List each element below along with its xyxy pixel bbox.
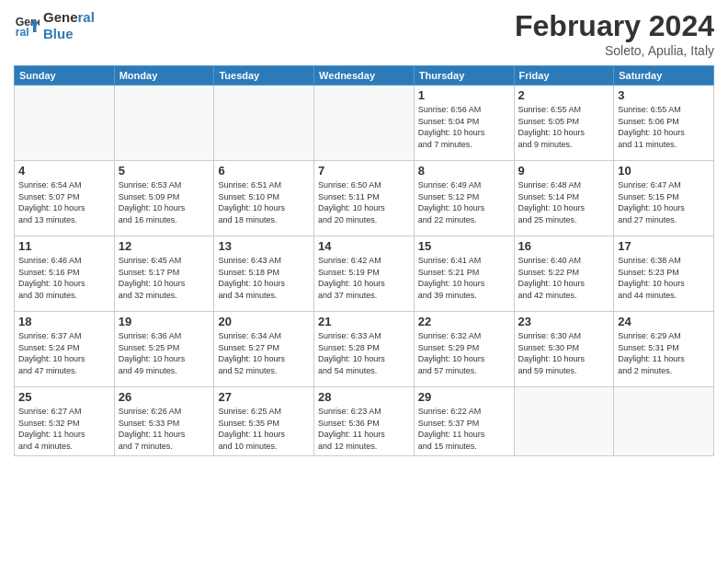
day-number: 13 xyxy=(218,239,310,253)
calendar-cell: 12Sunrise: 6:45 AM Sunset: 5:17 PM Dayli… xyxy=(114,236,214,312)
calendar-cell xyxy=(114,86,214,161)
day-info: Sunrise: 6:23 AM Sunset: 5:36 PM Dayligh… xyxy=(318,406,410,452)
day-info: Sunrise: 6:53 AM Sunset: 5:09 PM Dayligh… xyxy=(119,179,210,225)
day-number: 16 xyxy=(518,239,610,253)
calendar-cell: 22Sunrise: 6:32 AM Sunset: 5:29 PM Dayli… xyxy=(414,312,514,387)
calendar-week-2: 4Sunrise: 6:54 AM Sunset: 5:07 PM Daylig… xyxy=(15,161,714,236)
day-number: 22 xyxy=(418,315,510,328)
day-header-friday: Friday xyxy=(514,66,614,86)
day-info: Sunrise: 6:37 AM Sunset: 5:24 PM Dayligh… xyxy=(18,330,110,376)
day-number: 21 xyxy=(318,315,410,328)
logo-line2: Blue xyxy=(43,26,95,42)
day-info: Sunrise: 6:43 AM Sunset: 5:18 PM Dayligh… xyxy=(218,255,310,301)
calendar-cell xyxy=(314,86,415,161)
calendar-cell: 5Sunrise: 6:53 AM Sunset: 5:09 PM Daylig… xyxy=(114,161,214,236)
day-info: Sunrise: 6:54 AM Sunset: 5:07 PM Dayligh… xyxy=(18,179,110,225)
calendar-cell xyxy=(614,387,714,456)
day-number: 11 xyxy=(18,239,110,253)
day-header-monday: Monday xyxy=(114,66,214,86)
calendar-cell: 27Sunrise: 6:25 AM Sunset: 5:35 PM Dayli… xyxy=(214,387,314,456)
day-info: Sunrise: 6:27 AM Sunset: 5:32 PM Dayligh… xyxy=(18,406,110,452)
day-info: Sunrise: 6:55 AM Sunset: 5:05 PM Dayligh… xyxy=(518,104,610,150)
day-info: Sunrise: 6:47 AM Sunset: 5:15 PM Dayligh… xyxy=(618,179,710,225)
day-info: Sunrise: 6:30 AM Sunset: 5:30 PM Dayligh… xyxy=(518,330,610,376)
calendar-cell: 18Sunrise: 6:37 AM Sunset: 5:24 PM Dayli… xyxy=(15,312,115,387)
day-number: 28 xyxy=(318,390,410,404)
day-number: 8 xyxy=(418,164,510,178)
calendar-cell: 10Sunrise: 6:47 AM Sunset: 5:15 PM Dayli… xyxy=(614,161,714,236)
day-info: Sunrise: 6:32 AM Sunset: 5:29 PM Dayligh… xyxy=(418,330,510,376)
calendar-cell: 13Sunrise: 6:43 AM Sunset: 5:18 PM Dayli… xyxy=(214,236,314,312)
day-info: Sunrise: 6:34 AM Sunset: 5:27 PM Dayligh… xyxy=(218,330,310,376)
day-number: 2 xyxy=(518,88,610,102)
day-number: 9 xyxy=(518,164,610,178)
day-number: 24 xyxy=(618,315,710,328)
day-number: 27 xyxy=(218,390,310,404)
logo: Gene ral General Blue xyxy=(14,9,95,42)
calendar-cell: 14Sunrise: 6:42 AM Sunset: 5:19 PM Dayli… xyxy=(314,236,415,312)
day-info: Sunrise: 6:41 AM Sunset: 5:21 PM Dayligh… xyxy=(418,255,510,301)
day-number: 18 xyxy=(18,315,110,328)
calendar-cell: 24Sunrise: 6:29 AM Sunset: 5:31 PM Dayli… xyxy=(614,312,714,387)
calendar-cell: 20Sunrise: 6:34 AM Sunset: 5:27 PM Dayli… xyxy=(214,312,314,387)
calendar-cell: 28Sunrise: 6:23 AM Sunset: 5:36 PM Dayli… xyxy=(314,387,415,456)
logo-line1: General xyxy=(43,9,95,26)
day-header-wednesday: Wednesday xyxy=(314,66,415,86)
title-block: February 2024 Soleto, Apulia, Italy xyxy=(515,9,714,58)
day-number: 20 xyxy=(218,315,310,328)
calendar-cell: 29Sunrise: 6:22 AM Sunset: 5:37 PM Dayli… xyxy=(414,387,514,456)
day-number: 4 xyxy=(18,164,110,178)
day-info: Sunrise: 6:36 AM Sunset: 5:25 PM Dayligh… xyxy=(119,330,210,376)
day-info: Sunrise: 6:46 AM Sunset: 5:16 PM Dayligh… xyxy=(18,255,110,301)
calendar-cell: 1Sunrise: 6:56 AM Sunset: 5:04 PM Daylig… xyxy=(414,86,514,161)
day-header-tuesday: Tuesday xyxy=(214,66,314,86)
calendar-cell: 19Sunrise: 6:36 AM Sunset: 5:25 PM Dayli… xyxy=(114,312,214,387)
day-info: Sunrise: 6:49 AM Sunset: 5:12 PM Dayligh… xyxy=(418,179,510,225)
day-info: Sunrise: 6:50 AM Sunset: 5:11 PM Dayligh… xyxy=(318,179,410,225)
calendar-cell xyxy=(214,86,314,161)
calendar-week-1: 1Sunrise: 6:56 AM Sunset: 5:04 PM Daylig… xyxy=(15,86,714,161)
calendar-cell: 9Sunrise: 6:48 AM Sunset: 5:14 PM Daylig… xyxy=(514,161,614,236)
calendar-cell: 21Sunrise: 6:33 AM Sunset: 5:28 PM Dayli… xyxy=(314,312,415,387)
day-number: 26 xyxy=(119,390,210,404)
day-number: 12 xyxy=(119,239,210,253)
calendar-cell: 23Sunrise: 6:30 AM Sunset: 5:30 PM Dayli… xyxy=(514,312,614,387)
month-title: February 2024 xyxy=(515,9,714,43)
calendar-cell: 7Sunrise: 6:50 AM Sunset: 5:11 PM Daylig… xyxy=(314,161,415,236)
day-info: Sunrise: 6:48 AM Sunset: 5:14 PM Dayligh… xyxy=(518,179,610,225)
day-info: Sunrise: 6:26 AM Sunset: 5:33 PM Dayligh… xyxy=(119,406,210,452)
day-info: Sunrise: 6:40 AM Sunset: 5:22 PM Dayligh… xyxy=(518,255,610,301)
calendar-week-4: 18Sunrise: 6:37 AM Sunset: 5:24 PM Dayli… xyxy=(15,312,714,387)
day-number: 29 xyxy=(418,390,510,404)
day-number: 14 xyxy=(318,239,410,253)
day-info: Sunrise: 6:51 AM Sunset: 5:10 PM Dayligh… xyxy=(218,179,310,225)
day-number: 25 xyxy=(18,390,110,404)
calendar-cell xyxy=(15,86,115,161)
day-header-thursday: Thursday xyxy=(414,66,514,86)
day-info: Sunrise: 6:42 AM Sunset: 5:19 PM Dayligh… xyxy=(318,255,410,301)
day-number: 10 xyxy=(618,164,710,178)
calendar-cell: 11Sunrise: 6:46 AM Sunset: 5:16 PM Dayli… xyxy=(15,236,115,312)
location-subtitle: Soleto, Apulia, Italy xyxy=(515,43,714,58)
day-number: 15 xyxy=(418,239,510,253)
calendar-cell: 3Sunrise: 6:55 AM Sunset: 5:06 PM Daylig… xyxy=(614,86,714,161)
logo-icon: Gene ral xyxy=(14,13,40,39)
calendar-cell: 25Sunrise: 6:27 AM Sunset: 5:32 PM Dayli… xyxy=(15,387,115,456)
day-info: Sunrise: 6:33 AM Sunset: 5:28 PM Dayligh… xyxy=(318,330,410,376)
day-info: Sunrise: 6:22 AM Sunset: 5:37 PM Dayligh… xyxy=(418,406,510,452)
day-number: 6 xyxy=(218,164,310,178)
day-number: 23 xyxy=(518,315,610,328)
day-number: 7 xyxy=(318,164,410,178)
day-info: Sunrise: 6:55 AM Sunset: 5:06 PM Dayligh… xyxy=(618,104,710,150)
header: Gene ral General Blue February 2024 Sole… xyxy=(14,9,714,58)
day-info: Sunrise: 6:29 AM Sunset: 5:31 PM Dayligh… xyxy=(618,330,710,376)
day-info: Sunrise: 6:45 AM Sunset: 5:17 PM Dayligh… xyxy=(119,255,210,301)
day-info: Sunrise: 6:25 AM Sunset: 5:35 PM Dayligh… xyxy=(218,406,310,452)
calendar-cell: 6Sunrise: 6:51 AM Sunset: 5:10 PM Daylig… xyxy=(214,161,314,236)
day-header-saturday: Saturday xyxy=(614,66,714,86)
day-info: Sunrise: 6:38 AM Sunset: 5:23 PM Dayligh… xyxy=(618,255,710,301)
calendar-cell: 15Sunrise: 6:41 AM Sunset: 5:21 PM Dayli… xyxy=(414,236,514,312)
svg-text:ral: ral xyxy=(16,26,29,39)
calendar-header-row: SundayMondayTuesdayWednesdayThursdayFrid… xyxy=(15,66,714,86)
calendar-week-5: 25Sunrise: 6:27 AM Sunset: 5:32 PM Dayli… xyxy=(15,387,714,456)
